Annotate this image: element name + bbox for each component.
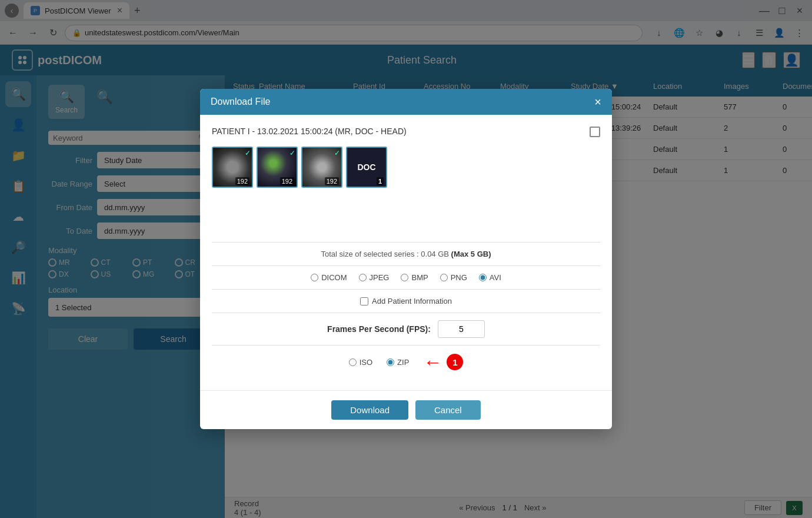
arrow-annotation: ← 1 bbox=[423, 353, 463, 371]
patient-checkbox[interactable] bbox=[590, 127, 600, 137]
format-jpeg-radio[interactable] bbox=[359, 274, 367, 281]
format-bmp-radio[interactable] bbox=[401, 274, 408, 281]
compression-iso[interactable]: ISO bbox=[349, 358, 372, 367]
arrow-left-icon: ← bbox=[423, 353, 442, 371]
series-thumb-2[interactable]: ✓ 192 bbox=[257, 147, 298, 188]
modal-footer: Download Cancel bbox=[200, 390, 612, 429]
compression-row: ISO ZIP ← 1 bbox=[212, 353, 600, 371]
fps-input[interactable] bbox=[438, 320, 485, 338]
fps-row: Frames Per Second (FPS): bbox=[212, 320, 600, 338]
divider-3 bbox=[212, 289, 600, 290]
divider-2 bbox=[212, 265, 600, 266]
series-thumb-4[interactable]: DOC 1 bbox=[346, 147, 387, 188]
compression-zip[interactable]: ZIP bbox=[387, 358, 409, 367]
divider-1 bbox=[212, 242, 600, 243]
format-png-radio[interactable] bbox=[440, 274, 448, 281]
format-dicom[interactable]: DICOM bbox=[311, 273, 347, 282]
thumb-count-1: 192 bbox=[235, 177, 249, 185]
thumb-checkmark-2: ✓ bbox=[289, 149, 295, 157]
thumb-count-3: 192 bbox=[325, 177, 339, 185]
modal-overlay: Download File × PATIENT I - 13.02.2021 1… bbox=[0, 0, 812, 518]
total-size-text: Total size of selected series : 0.04 GB … bbox=[212, 250, 600, 258]
series-thumb-1[interactable]: ✓ 192 bbox=[212, 147, 253, 188]
browser-frame: ‹ P PostDICOM Viewer × + — □ × ← → ↻ 🔒 u… bbox=[0, 0, 812, 518]
add-patient-info-option[interactable]: Add Patient Information bbox=[360, 297, 452, 306]
thumb-count-4: 1 bbox=[377, 177, 384, 185]
modal-title: Download File bbox=[211, 97, 270, 107]
cancel-button[interactable]: Cancel bbox=[415, 400, 481, 420]
modal-close-button[interactable]: × bbox=[594, 96, 601, 108]
thumb-count-2: 192 bbox=[280, 177, 294, 185]
format-png[interactable]: PNG bbox=[440, 273, 467, 282]
format-avi-radio[interactable] bbox=[479, 274, 487, 281]
patient-info-label: PATIENT I - 13.02.2021 15:00:24 (MR, DOC… bbox=[212, 127, 580, 136]
series-thumb-3[interactable]: ✓ 192 bbox=[301, 147, 342, 188]
thumb-checkmark-1: ✓ bbox=[245, 149, 251, 157]
download-file-modal: Download File × PATIENT I - 13.02.2021 1… bbox=[200, 89, 612, 429]
add-patient-info-checkbox[interactable] bbox=[360, 297, 368, 306]
add-patient-info-label: Add Patient Information bbox=[372, 297, 452, 306]
compression-zip-radio[interactable] bbox=[387, 358, 394, 366]
format-row: DICOM JPEG BMP PNG AVI bbox=[212, 273, 600, 282]
modal-header: Download File × bbox=[200, 89, 612, 115]
compression-iso-radio[interactable] bbox=[349, 358, 357, 366]
patient-row: PATIENT I - 13.02.2021 15:00:24 (MR, DOC… bbox=[212, 127, 600, 137]
format-bmp[interactable]: BMP bbox=[401, 273, 428, 282]
download-button[interactable]: Download bbox=[331, 400, 408, 420]
divider-5 bbox=[212, 345, 600, 346]
add-patient-info-row: Add Patient Information bbox=[212, 297, 600, 306]
doc-thumb-label: DOC bbox=[357, 162, 375, 172]
format-jpeg[interactable]: JPEG bbox=[359, 273, 390, 282]
modal-body: PATIENT I - 13.02.2021 15:00:24 (MR, DOC… bbox=[200, 115, 612, 390]
annotation-number-1: 1 bbox=[447, 354, 463, 370]
fps-label: Frames Per Second (FPS): bbox=[327, 324, 431, 334]
format-dicom-radio[interactable] bbox=[311, 274, 318, 281]
thumb-checkmark-3: ✓ bbox=[334, 149, 340, 157]
divider-4 bbox=[212, 313, 600, 313]
format-avi[interactable]: AVI bbox=[479, 273, 501, 282]
series-thumbnails: ✓ 192 ✓ 192 ✓ 192 DOC 1 bbox=[212, 147, 600, 188]
